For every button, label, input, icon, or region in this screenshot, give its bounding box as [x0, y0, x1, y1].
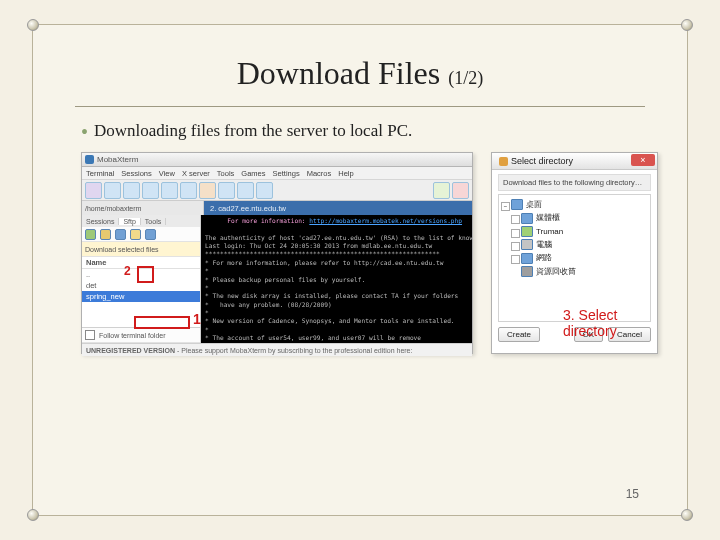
side-tabs: Sessions Sftp Tools	[82, 215, 200, 227]
download-icon[interactable]	[100, 229, 111, 240]
terminal-tab[interactable]: 2. cad27.ee.ntu.edu.tw	[204, 201, 472, 215]
corner-screw-icon	[681, 509, 693, 521]
menu-item[interactable]: Terminal	[86, 169, 114, 178]
toolbar-view-icon[interactable]	[161, 182, 178, 199]
title-sub: (1/2)	[448, 68, 483, 88]
tree-root[interactable]: 桌面	[501, 198, 648, 211]
screenshots: MobaXterm Terminal Sessions View X serve…	[81, 152, 639, 382]
desktop-icon	[511, 199, 523, 210]
directory-tree[interactable]: 桌面 媒體櫃 Truman 電腦 網路 資源回收筒	[498, 194, 651, 322]
close-icon[interactable]: ×	[631, 154, 655, 166]
corner-screw-icon	[27, 19, 39, 31]
tree-item[interactable]: 電腦	[511, 238, 648, 251]
toolbar-tools-icon[interactable]	[123, 182, 140, 199]
divider	[75, 106, 645, 107]
window-titlebar[interactable]: MobaXterm	[82, 153, 472, 167]
side-tab-sftp[interactable]: Sftp	[119, 218, 140, 225]
side-tab-sessions[interactable]: Sessions	[82, 218, 119, 225]
status-bar: UNREGISTERED VERSION - Please support Mo…	[82, 343, 472, 356]
menu-item[interactable]: Sessions	[121, 169, 151, 178]
tree-item[interactable]: 資源回收筒	[511, 265, 648, 278]
sftp-toolbar	[82, 227, 200, 242]
menu-item[interactable]: Macros	[307, 169, 332, 178]
sftp-path[interactable]: /home/mobaxterm	[82, 201, 204, 215]
tree-item[interactable]: Truman	[511, 225, 648, 238]
checkbox-icon[interactable]	[85, 330, 95, 340]
toolbar-servers-icon[interactable]	[104, 182, 121, 199]
status-left: UNREGISTERED VERSION	[86, 347, 175, 354]
toolbar-tunneling-icon[interactable]	[218, 182, 235, 199]
toolbar-session-icon[interactable]	[85, 182, 102, 199]
terminal-pane[interactable]: For more information: http://mobaxterm.m…	[201, 215, 472, 343]
menu-item[interactable]: Help	[338, 169, 353, 178]
tree-item[interactable]: 媒體櫃	[511, 211, 648, 224]
dialog-body: Download files to the following director…	[492, 170, 657, 322]
title-main: Download Files	[237, 55, 441, 91]
create-button[interactable]: Create	[498, 327, 540, 342]
bullet-text: Downloading files from the server to loc…	[94, 121, 412, 140]
dialog-titlebar[interactable]: Select directory ×	[492, 153, 657, 170]
corner-screw-icon	[681, 19, 693, 31]
dialog-title: Select directory	[511, 156, 573, 166]
home-icon[interactable]	[145, 229, 156, 240]
menu-item[interactable]: Tools	[217, 169, 235, 178]
toolbar-multiexec-icon[interactable]	[199, 182, 216, 199]
toolbar-exit-icon[interactable]	[452, 182, 469, 199]
toolbar-help-icon[interactable]	[256, 182, 273, 199]
app-icon	[85, 155, 94, 164]
recycle-bin-icon	[521, 266, 533, 277]
toolbar-settings-icon[interactable]	[237, 182, 254, 199]
upload-icon[interactable]	[85, 229, 96, 240]
tooltip-download: Download selected files	[82, 242, 200, 257]
folder-icon	[499, 157, 508, 166]
menu-bar[interactable]: Terminal Sessions View X server Tools Ga…	[82, 167, 472, 180]
toolbar-xserver-icon[interactable]	[433, 182, 450, 199]
toolbar-sessions-icon[interactable]	[142, 182, 159, 199]
bullet-line: •Downloading files from the server to lo…	[33, 121, 687, 152]
slide-title: Download Files (1/2)	[33, 25, 687, 98]
corner-screw-icon	[27, 509, 39, 521]
tree-item[interactable]: 網路	[511, 251, 648, 264]
user-icon	[521, 226, 533, 237]
callout-label-3: 3. Select directory	[563, 307, 617, 339]
toolbar	[82, 180, 472, 201]
side-tab-tools[interactable]: Tools	[141, 218, 166, 225]
callout-label-1: 1	[193, 311, 201, 327]
window-title: MobaXterm	[97, 155, 138, 164]
network-icon	[521, 253, 533, 264]
new-folder-icon[interactable]	[130, 229, 141, 240]
refresh-icon[interactable]	[115, 229, 126, 240]
dialog-message: Download files to the following director…	[498, 174, 651, 191]
page-number: 15	[626, 487, 639, 501]
tab-strip: /home/mobaxterm 2. cad27.ee.ntu.edu.tw	[82, 201, 472, 215]
slide: Download Files (1/2) •Downloading files …	[32, 24, 688, 516]
callout-box	[137, 266, 154, 283]
computer-icon	[521, 239, 533, 250]
follow-terminal[interactable]: Follow terminal folder	[82, 327, 200, 343]
menu-item[interactable]: X server	[182, 169, 210, 178]
callout-box	[134, 316, 190, 329]
menu-item[interactable]: View	[159, 169, 175, 178]
menu-item[interactable]: Games	[241, 169, 265, 178]
list-item-selected[interactable]: spring_new	[82, 291, 200, 302]
toolbar-split-icon[interactable]	[180, 182, 197, 199]
callout-label-2: 2	[124, 264, 131, 278]
bullet-dot-icon: •	[81, 121, 88, 143]
library-icon	[521, 213, 533, 224]
menu-item[interactable]: Settings	[273, 169, 300, 178]
